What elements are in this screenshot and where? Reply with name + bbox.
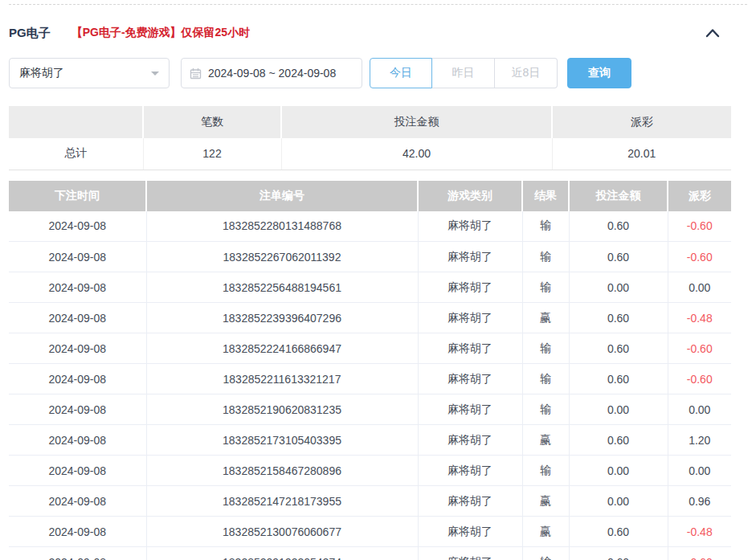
cell-result: 赢 [522,486,569,517]
cell-payout: 1.20 [668,425,731,456]
quick-filter-button-2[interactable]: 近8日 [495,58,558,88]
cell-bet: 0.00 [569,272,668,303]
records-header-order_id: 注单编号 [146,181,418,211]
query-button[interactable]: 查询 [567,58,631,88]
cell-time: 2024-09-08 [9,364,146,394]
cell-game: 麻将胡了 [418,272,522,303]
records-header-row: 下注时间注单编号游戏类别结果投注金额派彩 [9,181,731,211]
cell-payout: 0.96 [668,486,731,517]
cell-result: 输 [522,394,569,425]
cell-time: 2024-09-08 [9,425,146,456]
cell-payout: -0.60 [668,547,731,560]
table-row: 2024-09-081832852147218173955麻将胡了赢0.000.… [9,486,731,517]
cell-order_id: 1832852158467280896 [146,456,418,486]
cell-result: 赢 [522,303,569,333]
cell-payout: 0.00 [668,394,731,425]
panel-title: PG电子 [9,26,51,41]
table-row: 2024-09-081832852173105403395麻将胡了赢0.601.… [9,425,731,456]
cell-order_id: 1832852256488194561 [146,272,418,303]
summary-header-row: 笔数投注金额派彩 [9,106,731,138]
summary-total-row: 总计12242.0020.01 [9,138,731,170]
summary-header-cell: 投注金额 [281,106,552,138]
cell-time: 2024-09-08 [9,333,146,364]
table-row: 2024-09-081832852224166866947麻将胡了输0.60-0… [9,333,731,364]
cell-payout: 0.00 [668,456,731,486]
records-header-result: 结果 [522,181,569,211]
summary-header-cell: 派彩 [552,106,731,138]
cell-order_id: 1832852190620831235 [146,394,418,425]
cell-time: 2024-09-08 [9,394,146,425]
top-divider [9,4,747,5]
cell-bet: 0.60 [569,547,668,560]
cell-game: 麻将胡了 [418,425,522,456]
cell-order_id: 1832852239396407296 [146,303,418,333]
summary-table: 笔数投注金额派彩 总计12242.0020.01 [9,106,731,170]
table-row: 2024-09-081832852256488194561麻将胡了输0.000.… [9,272,731,303]
cell-bet: 0.00 [569,394,668,425]
quick-filter-button-1[interactable]: 昨日 [432,58,495,88]
cell-time: 2024-09-08 [9,517,146,547]
cell-bet: 0.60 [569,242,668,272]
cell-time: 2024-09-08 [9,272,146,303]
cell-result: 输 [522,456,569,486]
collapse-button[interactable] [705,28,720,38]
quick-filter-button-0[interactable]: 今日 [370,58,432,88]
table-row: 2024-09-081832852190620831235麻将胡了输0.000.… [9,394,731,425]
cell-payout: -0.60 [668,211,731,242]
cell-order_id: 1832852130076060677 [146,517,418,547]
cell-result: 输 [522,364,569,394]
quick-filter-group: 今日昨日近8日 [370,58,558,88]
table-row: 2024-09-081832852158467280896麻将胡了输0.000.… [9,456,731,486]
cell-game: 麻将胡了 [418,456,522,486]
table-row: 2024-09-081832852239396407296麻将胡了赢0.60-0… [9,303,731,333]
pg-records-panel: PG电子 【PG电子-免费游戏】仅保留25小时 麻将胡了 2024-09-08 … [0,4,756,560]
calendar-icon [190,67,202,80]
cell-payout: -0.60 [668,333,731,364]
caret-down-icon [151,72,159,76]
filter-bar: 麻将胡了 2024-09-08 ~ 2024-09-08 今日昨日近8日 查询 [9,58,747,88]
cell-game: 麻将胡了 [418,547,522,560]
cell-bet: 0.60 [569,517,668,547]
cell-result: 输 [522,333,569,364]
game-select-value: 麻将胡了 [19,66,64,80]
cell-game: 麻将胡了 [418,242,522,272]
cell-bet: 0.00 [569,486,668,517]
table-row: 2024-09-081832852267062011392麻将胡了输0.60-0… [9,242,731,272]
cell-bet: 0.60 [569,303,668,333]
cell-order_id: 1832852173105403395 [146,425,418,456]
cell-order_id: 1832852091933054274 [146,547,418,560]
records-header-payout: 派彩 [668,181,731,211]
cell-payout: -0.48 [668,517,731,547]
table-row: 2024-09-081832852130076060677麻将胡了赢0.60-0… [9,517,731,547]
cell-game: 麻将胡了 [418,364,522,394]
cell-time: 2024-09-08 [9,242,146,272]
date-range-input[interactable]: 2024-09-08 ~ 2024-09-08 [181,58,362,88]
game-select[interactable]: 麻将胡了 [9,58,170,88]
cell-time: 2024-09-08 [9,456,146,486]
cell-result: 输 [522,272,569,303]
table-row: 2024-09-081832852211613321217麻将胡了输0.60-0… [9,364,731,394]
cell-game: 麻将胡了 [418,333,522,364]
cell-result: 输 [522,211,569,242]
summary-header-cell [9,106,143,138]
cell-bet: 0.60 [569,364,668,394]
cell-payout: -0.48 [668,303,731,333]
cell-time: 2024-09-08 [9,303,146,333]
cell-order_id: 1832852211613321217 [146,364,418,394]
cell-time: 2024-09-08 [9,211,146,242]
cell-order_id: 1832852280131488768 [146,211,418,242]
cell-bet: 0.60 [569,425,668,456]
cell-time: 2024-09-08 [9,486,146,517]
cell-game: 麻将胡了 [418,517,522,547]
cell-bet: 0.60 [569,211,668,242]
records-header-time: 下注时间 [9,181,146,211]
cell-payout: 0.00 [668,272,731,303]
cell-payout: -0.60 [668,242,731,272]
chevron-up-icon [705,28,720,38]
cell-game: 麻将胡了 [418,486,522,517]
records-header-game: 游戏类别 [418,181,522,211]
cell-bet: 0.60 [569,333,668,364]
cell-order_id: 1832852147218173955 [146,486,418,517]
cell-game: 麻将胡了 [418,394,522,425]
cell-order_id: 1832852267062011392 [146,242,418,272]
